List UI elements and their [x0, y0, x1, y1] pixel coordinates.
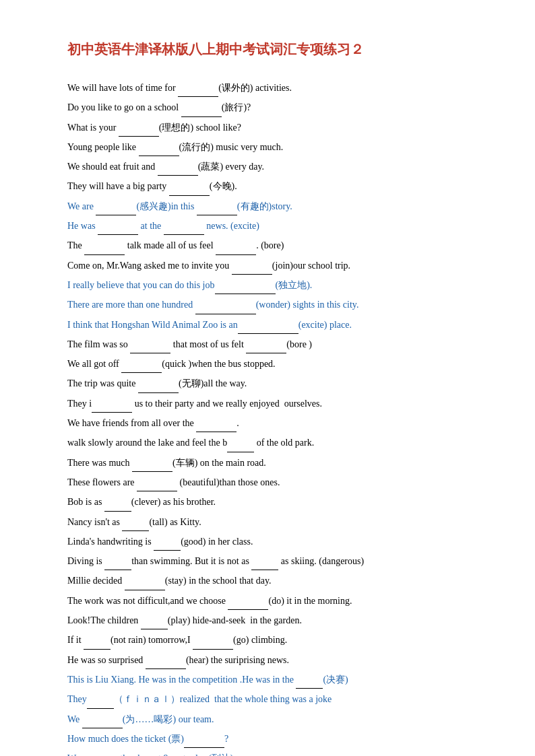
- line-13: I think that Hongshan Wild Animal Zoo is…: [67, 316, 481, 334]
- line-32: They（ｆｉｎａｌ）realized that the whole thing…: [67, 690, 481, 708]
- line-8: He was at the news. (excite): [67, 217, 481, 235]
- line-9: The talk made all of us feel . (bore): [67, 236, 481, 254]
- line-14: The film was so that most of us felt (bo…: [67, 335, 481, 353]
- line-24: Linda's handwriting is (good) in her cla…: [67, 532, 481, 551]
- line-31: This is Liu Xiang. He was in the competi…: [67, 671, 481, 689]
- line-17: They i us to their party and we really e…: [67, 394, 481, 413]
- line-33: We (为……喝彩) our team.: [67, 710, 481, 728]
- line-12: There are more than one hundred (wonder)…: [67, 296, 481, 314]
- line-18: We have friends from all over the .: [67, 414, 481, 432]
- line-25: Diving is than swimming. But it is not a…: [67, 552, 481, 570]
- line-27: The work was not difficult,and we choose…: [67, 592, 481, 610]
- line-29: If it (not rain) tomorrow,I (go) climbin…: [67, 631, 481, 649]
- line-34: How much does the ticket (票)?: [67, 730, 481, 748]
- line-28: Look!The children (play) hide-and-seek i…: [67, 611, 481, 629]
- line-1: We will have lots of time for (课外的) acti…: [67, 79, 481, 97]
- line-7: We are (感兴趣)in this (有趣的)story.: [67, 197, 481, 215]
- line-11: I really believe that you can do this jo…: [67, 276, 481, 294]
- line-35: Wethe shop at 9 yesterday.(到达): [67, 749, 481, 756]
- line-20: There was much (车辆) on the main road.: [67, 454, 481, 472]
- line-10: Come on, Mr.Wang asked me to invite you …: [67, 256, 481, 275]
- line-19: walk slowly around the lake and feel the…: [67, 434, 481, 452]
- line-3: What is your (理想的) school like?: [67, 118, 481, 137]
- line-22: Bob is as (clever) as his brother.: [67, 493, 481, 511]
- line-2: Do you like to go on a school (旅行)?: [67, 98, 481, 116]
- line-26: Millie decided (stay) in the school that…: [67, 572, 481, 590]
- line-30: He was so surprised (hear) the suriprisi…: [67, 651, 481, 669]
- line-16: The trip was quite (无聊)all the way.: [67, 374, 481, 392]
- line-4: Young people like (流行的) music very much.: [67, 138, 481, 156]
- page-title: 初中英语牛津译林版八上期中考试词汇专项练习２: [67, 40, 481, 59]
- line-5: We should eat fruit and (蔬菜) every day.: [67, 158, 481, 176]
- line-6: They will have a big party (今晚).: [67, 177, 481, 195]
- exercise-content: We will have lots of time for (课外的) acti…: [67, 79, 481, 756]
- line-21: These flowers are (beautiful)than those …: [67, 473, 481, 491]
- line-23: Nancy isn't as (tall) as Kitty.: [67, 513, 481, 531]
- line-15: We all got off (quick )when the bus stop…: [67, 355, 481, 373]
